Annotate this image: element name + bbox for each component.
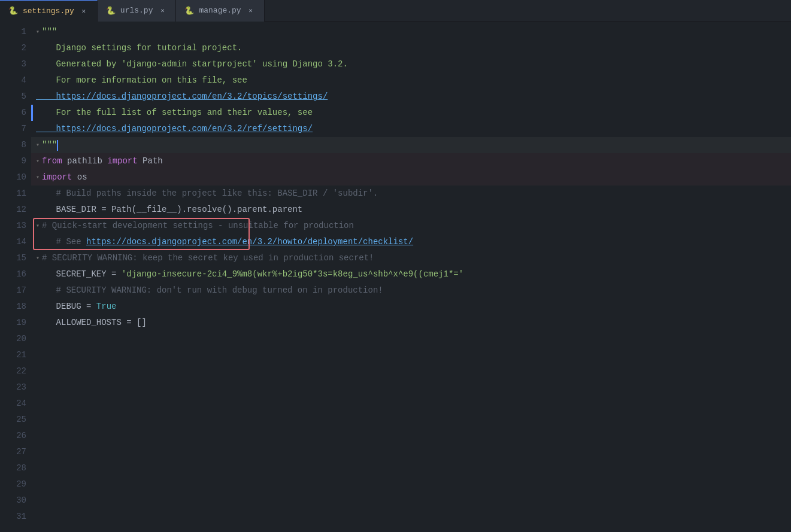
code-line-13: ▾from pathlib import Path (31, 153, 791, 169)
code-line-16: # Build paths inside the project like th… (31, 186, 791, 202)
code-line-24: SECRET_KEY = 'django-insecure-2ci4_9%m8(… (31, 266, 791, 282)
code-line-11: ▾""" (31, 137, 791, 153)
editor-area: 1 2 3 4 5 6 7 8 9 10 11 12 13 14 15 16 1… (0, 22, 791, 532)
tab-urls[interactable]: 🐍 urls.py ✕ (98, 0, 177, 22)
code-line-20: ▾# Quick-start development settings - un… (31, 218, 791, 234)
code-line-21: # See https://docs.djangoproject.com/en/… (31, 234, 791, 250)
fold-arrow-23[interactable]: ▾ (36, 250, 40, 266)
manage-file-icon: 🐍 (184, 6, 194, 16)
fold-arrow-1[interactable]: ▾ (36, 24, 40, 40)
code-line-17: BASE_DIR = Path(__file__).resolve().pare… (31, 202, 791, 218)
tab-urls-label: urls.py (120, 6, 153, 15)
line-numbers: 1 2 3 4 5 6 7 8 9 10 11 12 13 14 15 16 1… (0, 22, 31, 532)
code-line-29: ALLOWED_HOSTS = [] (31, 315, 791, 331)
tab-settings[interactable]: 🐍 settings.py ✕ (0, 0, 98, 22)
gutter-indicator-9 (31, 105, 33, 121)
code-line-23: ▾# SECURITY WARNING: keep the secret key… (31, 250, 791, 266)
code-line-6: For more information on this file, see (31, 72, 791, 89)
cursor (57, 140, 58, 151)
code-line-14: ▾import os (31, 169, 791, 186)
tab-manage-close[interactable]: ✕ (246, 6, 256, 16)
code-line-1: ▾""" (31, 24, 791, 40)
code-line-2: Django settings for tutorial project. (31, 40, 791, 56)
code-line-27: DEBUG = True (31, 299, 791, 315)
settings-file-icon: 🐍 (8, 6, 18, 16)
urls-file-icon: 🐍 (106, 6, 116, 16)
tab-bar: 🐍 settings.py ✕ 🐍 urls.py ✕ 🐍 manage.py … (0, 0, 791, 22)
fold-arrow-14[interactable]: ▾ (36, 169, 40, 186)
tab-urls-close[interactable]: ✕ (157, 6, 167, 16)
code-line-10: https://docs.djangoproject.com/en/3.2/re… (31, 121, 791, 137)
tab-settings-label: settings.py (23, 7, 74, 16)
fold-arrow-20[interactable]: ▾ (36, 218, 40, 234)
code-line-26: # SECURITY WARNING: don't run with debug… (31, 282, 791, 299)
code-line-9: For the full list of settings and their … (31, 105, 791, 121)
tab-manage-label: manage.py (199, 6, 241, 15)
tab-manage[interactable]: 🐍 manage.py ✕ (176, 0, 264, 22)
code-line-7: https://docs.djangoproject.com/en/3.2/to… (31, 89, 791, 105)
code-line-4: Generated by 'django-admin startproject'… (31, 56, 791, 72)
fold-arrow-13[interactable]: ▾ (36, 153, 40, 169)
fold-arrow-11[interactable]: ▾ (36, 137, 40, 153)
tab-settings-close[interactable]: ✕ (79, 6, 89, 16)
code-editor[interactable]: ▾""" Django settings for tutorial projec… (31, 22, 791, 532)
